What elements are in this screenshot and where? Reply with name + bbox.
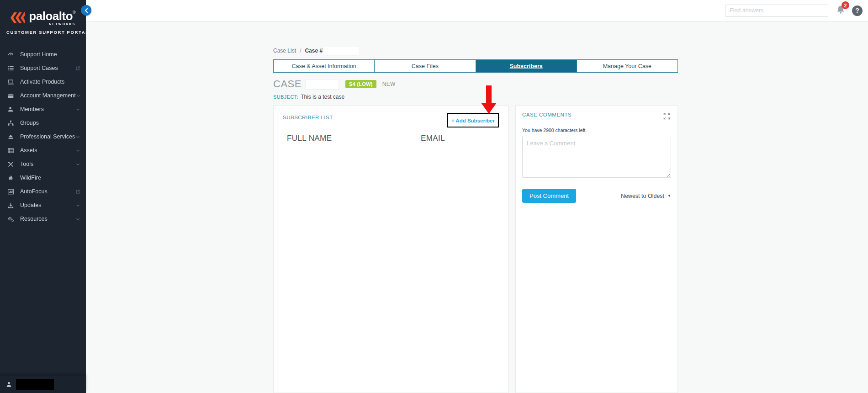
tab-label: Case & Asset Information: [292, 63, 356, 69]
chevron-down-icon: [75, 134, 80, 139]
briefcase-icon: [7, 92, 14, 99]
sort-dropdown[interactable]: Newest to Oldest ▼: [621, 193, 671, 199]
user-account-strip[interactable]: [0, 376, 86, 393]
chevron-down-icon: [75, 162, 80, 167]
sidebar-item[interactable]: WildFire: [0, 171, 86, 185]
sort-label: Newest to Oldest: [621, 193, 664, 199]
sidebar-item[interactable]: Members: [0, 102, 86, 116]
gauge-icon: [7, 51, 14, 58]
case-comments-panel: CASE COMMENTS You have 2900 characters l…: [515, 105, 678, 393]
tab[interactable]: Case & Asset Information: [274, 60, 375, 72]
sidebar-item-label: AutoFocus: [20, 188, 75, 195]
chevron-down-icon: [75, 107, 80, 112]
chart-icon: [7, 188, 14, 195]
sidebar: paloalto® NETWORKS CUSTOMER SUPPORT PORT…: [0, 0, 86, 393]
portal-title: CUSTOMER SUPPORT PORTAL: [6, 30, 79, 35]
sidebar-item-label: Resources: [20, 216, 75, 222]
breadcrumb-case-list[interactable]: Case List: [273, 48, 296, 54]
help-button[interactable]: ?: [852, 5, 863, 16]
breadcrumb-separator: /: [300, 48, 301, 54]
sidebar-item[interactable]: Support Home: [0, 48, 86, 61]
grid-icon: [7, 147, 14, 154]
search-input[interactable]: [725, 5, 828, 17]
sidebar-item-label: Professional Services: [20, 133, 75, 140]
sidebar-nav: Support Home Support Cases: [0, 48, 86, 226]
tab-label: Subscribers: [509, 63, 542, 69]
subject-text: This is a test case: [301, 94, 344, 100]
external-link-icon: [75, 66, 80, 71]
tab-label: Case Files: [412, 63, 439, 69]
sidebar-collapse-button[interactable]: [81, 5, 91, 16]
sidebar-item[interactable]: Support Cases: [0, 61, 86, 75]
topbar: 2 ?: [86, 0, 868, 21]
subscriber-list-title: SUBSCRIBER LIST: [283, 115, 333, 120]
tab[interactable]: Manage Your Case: [577, 60, 677, 72]
breadcrumb-case-number: Case #: [305, 48, 323, 54]
tab[interactable]: Subscribers: [476, 60, 577, 72]
gears-icon: [7, 216, 14, 223]
breadcrumb: Case List / Case #: [273, 46, 678, 56]
sidebar-item-label: Support Home: [20, 51, 80, 58]
sidebar-item[interactable]: Assets: [0, 143, 86, 157]
tools-icon: [7, 161, 14, 168]
caret-down-icon: ▼: [667, 194, 671, 198]
sidebar-item[interactable]: Professional Services: [0, 130, 86, 143]
case-title: CASE: [273, 78, 302, 90]
notification-badge: 2: [842, 1, 849, 9]
characters-left-text: You have 2900 characters left.: [522, 127, 671, 133]
external-link-icon: [75, 189, 80, 194]
sidebar-item-label: Assets: [20, 147, 75, 154]
sidebar-item-label: Updates: [20, 202, 75, 208]
eject-icon: [7, 133, 14, 140]
member-icon: [7, 106, 14, 113]
brand-logo: paloalto® NETWORKS CUSTOMER SUPPORT PORT…: [0, 0, 86, 39]
sidebar-item-label: Tools: [20, 161, 75, 167]
chevron-down-icon: [75, 217, 80, 222]
brand-networks: NETWORKS: [29, 22, 75, 26]
expand-icon[interactable]: [662, 112, 671, 122]
notifications-button[interactable]: 2: [836, 5, 846, 16]
sidebar-item-label: Groups: [20, 120, 80, 126]
redacted-case-number: [324, 47, 359, 55]
chevron-down-icon: [76, 93, 81, 98]
chevron-down-icon: [75, 203, 80, 208]
case-comments-title: CASE COMMENTS: [522, 112, 572, 117]
main-content: Case List / Case # Case & Asset Informat…: [86, 21, 868, 393]
user-icon: [5, 381, 12, 388]
add-subscriber-button[interactable]: + Add Subscriber: [447, 113, 499, 127]
post-comment-button[interactable]: Post Comment: [522, 189, 576, 203]
case-tabs: Case & Asset Information Case Files Subs…: [273, 59, 678, 73]
sidebar-item-label: WildFire: [20, 175, 80, 181]
subject-label: SUBJECT:: [273, 94, 298, 100]
redacted-case-id-box: [305, 79, 339, 90]
column-full-name: FULL NAME: [287, 134, 421, 143]
subscriber-list-panel: SUBSCRIBER LIST + Add Subscriber FULL NA…: [273, 105, 508, 393]
sidebar-item[interactable]: Resources: [0, 212, 86, 226]
status-badge: NEW: [382, 81, 396, 87]
org-icon: [7, 120, 14, 127]
sidebar-item-label: Members: [20, 106, 75, 112]
registered-mark: ®: [73, 10, 76, 15]
redacted-username: [16, 379, 54, 390]
add-subscriber-label: + Add Subscriber: [451, 118, 495, 123]
chevron-down-icon: [75, 148, 80, 153]
comment-input[interactable]: [522, 136, 671, 178]
sidebar-item-label: Account Management: [20, 92, 76, 99]
paloalto-logo-icon: [10, 11, 26, 25]
case-list-icon: [7, 65, 14, 72]
tab-label: Manage Your Case: [603, 63, 651, 69]
subject-row: SUBJECT: This is a test case: [273, 92, 678, 101]
sidebar-item[interactable]: Updates: [0, 198, 86, 212]
sidebar-item[interactable]: Activate Products: [0, 75, 86, 89]
sidebar-item[interactable]: AutoFocus: [0, 185, 86, 198]
sidebar-item-label: Activate Products: [20, 79, 80, 85]
tab[interactable]: Case Files: [375, 60, 476, 72]
brand-name: paloalto: [29, 9, 73, 23]
case-header: CASE S4 (LOW) NEW: [273, 77, 678, 91]
sidebar-item[interactable]: Account Management: [0, 89, 86, 102]
flame-icon: [7, 175, 14, 181]
sidebar-item[interactable]: Groups: [0, 116, 86, 130]
sidebar-item[interactable]: Tools: [0, 157, 86, 171]
laptop-icon: [7, 79, 14, 85]
column-email: EMAIL: [421, 134, 445, 143]
